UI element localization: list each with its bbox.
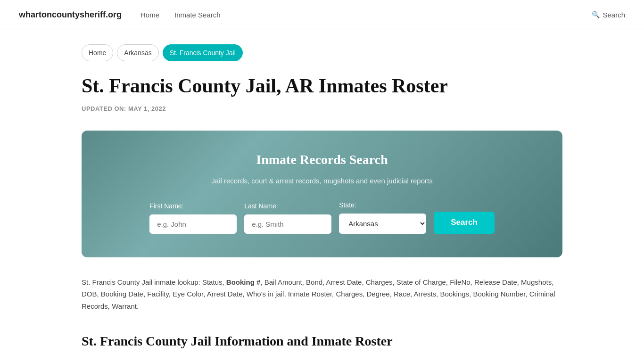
site-logo[interactable]: whartoncountysheriff.org: [19, 8, 122, 22]
description-text: St. Francis County Jail inmate lookup: S…: [82, 276, 562, 313]
widget-subtitle: Jail records, court & arrest records, mu…: [110, 175, 534, 187]
search-widget: Inmate Records Search Jail records, cour…: [82, 131, 562, 257]
last-name-group: Last Name:: [244, 201, 331, 233]
breadcrumb-arkansas[interactable]: Arkansas: [117, 44, 158, 61]
section-heading: St. Francis County Jail Information and …: [82, 331, 562, 352]
main-content: Home Arkansas St. Francis County Jail St…: [63, 30, 581, 362]
breadcrumb: Home Arkansas St. Francis County Jail: [82, 44, 562, 61]
main-nav: Home Inmate Search: [140, 9, 592, 21]
state-select[interactable]: Alabama Alaska Arizona Arkansas Californ…: [339, 214, 426, 234]
search-form: First Name: Last Name: State: Alabama Al…: [110, 200, 534, 233]
page-title: St. Francis County Jail, AR Inmates Rost…: [82, 74, 562, 97]
search-button[interactable]: Search: [434, 212, 495, 234]
site-header: whartoncountysheriff.org Home Inmate Sea…: [0, 0, 644, 30]
widget-title: Inmate Records Search: [110, 149, 534, 171]
state-group: State: Alabama Alaska Arizona Arkansas C…: [339, 200, 426, 233]
last-name-label: Last Name:: [244, 201, 278, 211]
description-bold-booking: Booking #: [226, 278, 261, 286]
first-name-label: First Name:: [149, 201, 183, 211]
first-name-input[interactable]: [149, 214, 237, 234]
section-body: The St. Francis County Jail is one of th…: [82, 360, 562, 362]
first-name-group: First Name:: [149, 201, 237, 233]
breadcrumb-home[interactable]: Home: [82, 44, 113, 61]
nav-home-link[interactable]: Home: [140, 9, 159, 21]
header-search-label: Search: [603, 9, 625, 21]
search-icon: 🔍: [592, 9, 600, 20]
last-name-input[interactable]: [244, 214, 331, 234]
breadcrumb-current: St. Francis County Jail: [163, 44, 243, 61]
header-search[interactable]: 🔍 Search: [592, 9, 625, 21]
state-label: State:: [339, 200, 356, 210]
updated-date: UPDATED ON: MAY 1, 2022: [82, 104, 562, 114]
nav-inmate-search-link[interactable]: Inmate Search: [174, 9, 221, 21]
